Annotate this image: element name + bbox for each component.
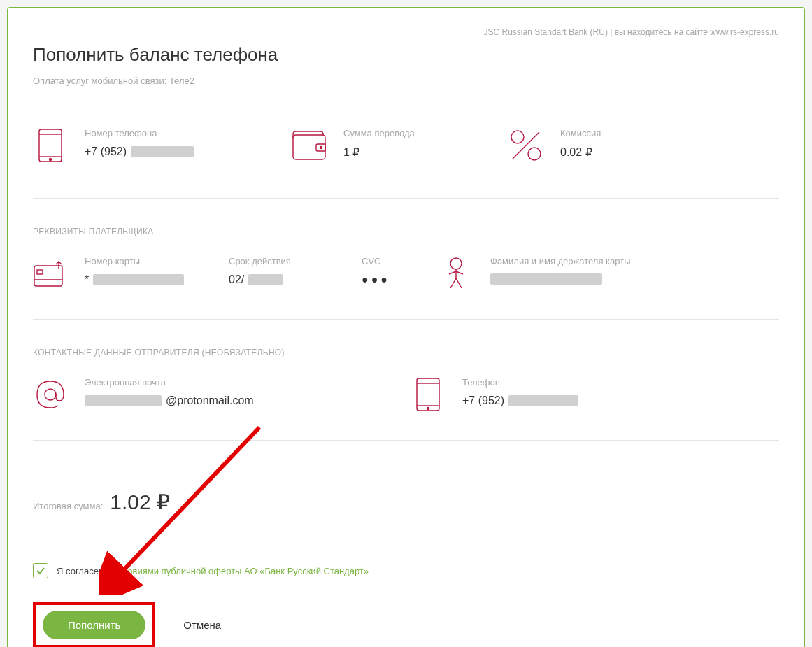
svg-point-7: [511, 131, 524, 143]
total-row: Итоговая сумма: 1.02 ₽: [33, 490, 779, 514]
card-icon: [33, 256, 68, 291]
redacted-phone: [131, 146, 194, 157]
commission-field: Комиссия 0.02 ₽: [508, 128, 779, 163]
email-suffix: @protonmail.com: [166, 394, 254, 407]
email-field: Электронная почта @protonmail.com: [33, 377, 411, 412]
page-title: Пополнить баланс телефона: [33, 44, 779, 66]
contact-phone-prefix: +7 (952): [462, 394, 504, 407]
redacted-expiry: [248, 274, 283, 285]
actions-row: Пополнить Отмена: [33, 602, 779, 647]
phone2-icon: [411, 377, 446, 412]
divider-3: [33, 440, 779, 441]
payment-form-container: JSC Russian Standart Bank (RU) | вы нахо…: [7, 7, 805, 647]
amount-label: Сумма перевода: [343, 128, 508, 138]
payer-row: Номер карты * Срок действия 02/ CVC ●●●: [33, 256, 779, 291]
cvc-label: CVC: [362, 256, 439, 266]
card-prefix: *: [85, 273, 89, 286]
divider-2: [33, 319, 779, 320]
redacted-contact-phone: [508, 395, 578, 406]
agreement-text: Я согласен с условиями публичной оферты …: [57, 566, 369, 576]
holder-field: Фамилия и имя держателя карты: [439, 256, 779, 291]
commission-label: Комиссия: [560, 128, 779, 138]
at-icon: [33, 377, 68, 412]
agreement-checkbox[interactable]: [33, 563, 48, 578]
cvc-value: ●●●: [362, 273, 439, 286]
svg-rect-10: [34, 266, 62, 286]
holder-label: Фамилия и имя держателя карты: [490, 256, 779, 266]
contact-phone-field: Телефон +7 (952): [411, 377, 779, 412]
expiry-value: 02/: [229, 273, 362, 286]
svg-point-13: [450, 258, 462, 269]
phone-icon: [33, 128, 68, 163]
agreement-prefix: Я согласен с: [57, 566, 113, 576]
redacted-holder: [490, 273, 602, 285]
summary-row: Номер телефона +7 (952) Сумма перевода 1…: [33, 128, 779, 163]
page-subtitle: Оплата услуг мобильной связи: Теле2: [33, 76, 779, 86]
contacts-row: Электронная почта @protonmail.com Телефо…: [33, 377, 779, 412]
svg-point-14: [45, 389, 56, 400]
cvc-field: CVC ●●●: [362, 256, 439, 291]
person-icon: [439, 256, 473, 291]
expiry-prefix: 02/: [229, 273, 244, 286]
svg-point-6: [320, 147, 322, 149]
payer-section-title: РЕКВИЗИТЫ ПЛАТЕЛЬЩИКА: [33, 227, 779, 236]
email-label: Электронная почта: [85, 377, 411, 388]
total-value: 1.02 ₽: [110, 490, 170, 514]
phone-prefix: +7 (952): [85, 145, 127, 158]
submit-button[interactable]: Пополнить: [43, 611, 145, 639]
phone-field: Номер телефона +7 (952): [33, 128, 292, 163]
amount-field: Сумма перевода 1 ₽: [292, 128, 508, 163]
email-value: @protonmail.com: [85, 394, 411, 407]
phone-value: +7 (952): [85, 145, 292, 158]
svg-rect-12: [37, 270, 43, 274]
submit-highlight: Пополнить: [33, 602, 155, 647]
total-label: Итоговая сумма:: [33, 501, 103, 511]
holder-value: [490, 273, 779, 285]
commission-value: 0.02 ₽: [560, 145, 779, 159]
wallet-icon: [292, 128, 327, 163]
agreement-link[interactable]: условиями публичной оферты АО «Банк Русс…: [113, 566, 369, 576]
card-value: *: [85, 273, 229, 286]
svg-point-3: [50, 159, 52, 161]
card-label: Номер карты: [85, 256, 229, 266]
card-number-field: Номер карты *: [33, 256, 229, 291]
percent-icon: [508, 128, 543, 163]
svg-point-18: [427, 408, 429, 410]
contact-phone-label: Телефон: [462, 377, 779, 388]
amount-value: 1 ₽: [343, 145, 508, 159]
svg-point-8: [528, 148, 541, 160]
redacted-card: [93, 274, 184, 285]
expiry-label: Срок действия: [229, 256, 362, 266]
divider-1: [33, 198, 779, 199]
phone-label: Номер телефона: [85, 128, 292, 138]
svg-line-9: [513, 132, 539, 159]
contacts-section-title: КОНТАКТНЫЕ ДАННЫЕ ОТПРАВИТЕЛЯ (НЕОБЯЗАТЕ…: [33, 348, 779, 357]
expiry-field: Срок действия 02/: [229, 256, 362, 291]
redacted-email: [85, 395, 162, 406]
cancel-button[interactable]: Отмена: [183, 619, 221, 631]
agreement-row: Я согласен с условиями публичной оферты …: [33, 563, 779, 578]
contact-phone-value: +7 (952): [462, 394, 779, 407]
site-note: JSC Russian Standart Bank (RU) | вы нахо…: [33, 27, 779, 37]
